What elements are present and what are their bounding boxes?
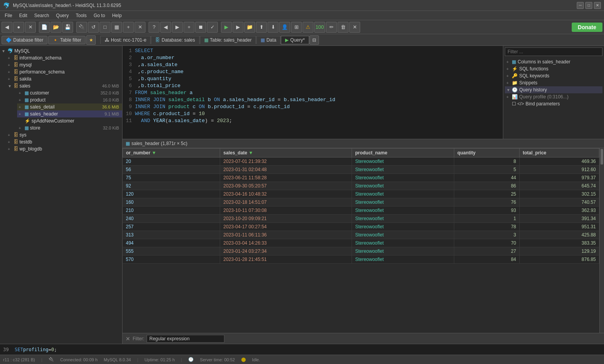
close-button[interactable]: ✕	[594, 2, 601, 9]
sidebar-bind-parameters[interactable]: ☐ </> Bind parameters	[505, 100, 602, 107]
donate-button[interactable]: Donate	[572, 23, 602, 32]
tb-btn-7[interactable]: +	[123, 22, 134, 33]
tree-sales-detail[interactable]: + ▦ sales_detail 36.6 MiB	[17, 103, 122, 110]
menu-file[interactable]: File	[2, 12, 15, 19]
menu-tools[interactable]: Tools	[73, 12, 90, 19]
tree-sakila[interactable]: + 🗄 sakila	[6, 75, 122, 82]
tree-information-schema[interactable]: + 🗄 information_schema	[6, 54, 122, 61]
tb-btn-close2[interactable]: ✕	[349, 22, 360, 33]
minimize-button[interactable]: ─	[577, 2, 584, 9]
table-icon: ▦	[25, 97, 29, 103]
table-row[interactable]: 555 2023-01-24 03:27:34 Stereowooflet 27…	[123, 247, 599, 256]
maximize-button[interactable]: □	[585, 2, 592, 9]
tb-btn-check[interactable]: ✓	[207, 22, 218, 33]
tb-btn-2[interactable]: ●	[13, 22, 24, 33]
export-button[interactable]: ⊟	[310, 35, 319, 45]
tb-btn-6[interactable]: ▦	[111, 22, 122, 33]
tb-btn-5[interactable]: □	[100, 22, 110, 33]
table-row[interactable]: 313 2023-01-11 06:11:36 Stereowooflet 3 …	[123, 231, 599, 239]
tb-btn-edit[interactable]: ✏	[326, 22, 337, 33]
tb-btn-import[interactable]: ⬇	[268, 22, 278, 33]
menu-edit[interactable]: Edit	[16, 12, 30, 19]
menu-help[interactable]: Help	[109, 12, 125, 19]
tb-btn-warn[interactable]: ⚠	[303, 22, 313, 33]
table-row[interactable]: 160 2023-02-18 14:51:07 Stereowooflet 76…	[123, 198, 599, 206]
tb-btn-8[interactable]: ✕	[135, 22, 145, 33]
tb-btn-clear[interactable]: 🗑	[338, 22, 348, 33]
sidebar-filter-input[interactable]	[505, 47, 602, 56]
query-tab[interactable]: ▶ Query*	[281, 36, 309, 44]
filter-input-main[interactable]	[147, 335, 224, 343]
tb-btn-folder[interactable]: 📁	[244, 22, 255, 33]
cell-quantity: 25	[454, 190, 520, 198]
table-tab[interactable]: ▦ Table: sales_header	[200, 36, 256, 44]
menu-query[interactable]: Query	[53, 12, 72, 19]
cell-total-price: 383.35	[520, 239, 599, 247]
tb-btn-new[interactable]: 📄	[39, 22, 50, 33]
tb-btn-play2[interactable]: ▶	[233, 22, 243, 33]
tree-customer[interactable]: + ▦ customer 352.0 KiB	[17, 89, 122, 96]
tb-btn-play[interactable]: ▶	[221, 22, 232, 33]
menu-search[interactable]: Search	[31, 12, 52, 19]
results-scrollbar[interactable]	[599, 148, 604, 333]
tree-sales[interactable]: ▼ 🗄 sales 46.0 MiB	[6, 82, 122, 89]
tree-sp-add-customer[interactable]: ⚡ spAddNewCustomer	[17, 117, 122, 124]
cell-product-name: Stereowooflet	[352, 206, 454, 215]
tb-btn-num[interactable]: 100	[314, 22, 325, 33]
tb-btn-open[interactable]: 📂	[51, 22, 61, 33]
sidebar-snippets[interactable]: + 📁 Snippets	[505, 79, 602, 86]
results-title: sales_header (1,871r × 5c)	[131, 141, 187, 146]
tree-store[interactable]: + ▦ store 32.0 KiB	[17, 124, 122, 131]
database-tab[interactable]: 🗄 Database: sales	[151, 36, 199, 44]
host-tab[interactable]: 🖧 Host: ncc-1701-e	[100, 36, 151, 44]
tree-mysql[interactable]: + 🗄 mysql	[6, 61, 122, 68]
sidebar-query-profile[interactable]: + 📊 Query profile (0:3106...)	[505, 93, 602, 100]
sidebar-query-history[interactable]: ▼ 🕐 Query history	[505, 86, 602, 93]
scrollbar-thumb[interactable]	[600, 149, 603, 164]
tb-btn-back[interactable]: ◀	[160, 22, 171, 33]
favorites-button[interactable]: ★	[86, 35, 96, 45]
filter-close-button[interactable]: ✕	[126, 336, 130, 342]
tb-btn-3[interactable]: ✕	[25, 22, 36, 33]
results-header: ▦ sales_header (1,871r × 5c)	[123, 139, 604, 148]
tb-btn-stop[interactable]: ⏹	[195, 22, 206, 33]
sidebar-columns[interactable]: + ▦ Columns in sales_header	[505, 58, 602, 65]
table-row[interactable]: 257 2023-04-17 00:27:54 Stereowooflet 78…	[123, 223, 599, 231]
table-row[interactable]: 210 2023-10-11 07:30:08 Stereowooflet 93…	[123, 206, 599, 215]
tree-sys[interactable]: + 🗄 sys	[6, 131, 122, 138]
tree-root-mysql[interactable]: ▼ 🐬 MySQL	[0, 47, 122, 54]
query-editor[interactable]: 1 SELECT 2 a.or_number 3 ,a.sales_date 4…	[123, 46, 503, 139]
table-row[interactable]: 240 2023-10-20 09:09:21 Stereowooflet 1 …	[123, 215, 599, 223]
sidebar-sql-functions[interactable]: + ⚡ SQL functions	[505, 65, 602, 72]
table-row[interactable]: 570 2023-01-28 21:45:51 Stereowooflet 84…	[123, 256, 599, 264]
table-row[interactable]: 92 2023-09-30 05:20:57 Stereowooflet 86 …	[123, 182, 599, 190]
table-row[interactable]: 56 2023-01-31 02:04:48 Stereowooflet 5 9…	[123, 166, 599, 174]
sidebar-sql-keywords[interactable]: + 🔑 SQL keywords	[505, 72, 602, 79]
tb-btn-1[interactable]: ◀	[2, 22, 12, 33]
tb-btn-export[interactable]: ⬆	[256, 22, 267, 33]
tree-testdb[interactable]: + 🗄 testdb	[6, 138, 122, 145]
tb-btn-add[interactable]: +	[184, 22, 194, 33]
table-filter-tab[interactable]: 🔸 Table filter	[48, 36, 86, 44]
tb-btn-save[interactable]: 💾	[62, 22, 73, 33]
table-row[interactable]: 20 2023-07-01 21:39:32 Stereowooflet 8 4…	[123, 158, 599, 166]
tree-performance-schema[interactable]: + 🗄 performance_schema	[6, 68, 122, 75]
table-row[interactable]: 120 2023-04-16 10:48:32 Stereowooflet 25…	[123, 190, 599, 198]
database-filter-tab[interactable]: 🔷 Database filter	[2, 36, 47, 44]
table-row[interactable]: 75 2023-06-21 11:58:28 Stereowooflet 44 …	[123, 174, 599, 182]
tb-btn-fwd[interactable]: ▶	[172, 22, 183, 33]
table-row[interactable]: 494 2023-03-04 14:26:33 Stereowooflet 70…	[123, 239, 599, 247]
cell-total-price: 362.93	[520, 206, 599, 215]
menu-goto[interactable]: Go to	[91, 12, 108, 19]
tree-wp-blogdb[interactable]: + 🗄 wp_blogdb	[6, 145, 122, 152]
tree-product[interactable]: + ▦ product 16.0 KiB	[17, 96, 122, 103]
tb-btn-refresh[interactable]: ↺	[88, 22, 99, 33]
results-table-container[interactable]: or_number ▼ sales_date ▼ product_name qu…	[123, 148, 599, 333]
tb-btn-help[interactable]: ?	[149, 22, 159, 33]
tree-sales-header[interactable]: + ▦ sales_header 9.1 MiB	[17, 110, 122, 117]
data-tab[interactable]: ▦ Data	[256, 36, 280, 44]
tb-btn-tbl[interactable]: ⊞	[291, 22, 302, 33]
tb-btn-connect[interactable]: 🔌	[76, 22, 87, 33]
tb-btn-user[interactable]: 👤	[279, 22, 290, 33]
data-label: Data	[266, 37, 276, 43]
